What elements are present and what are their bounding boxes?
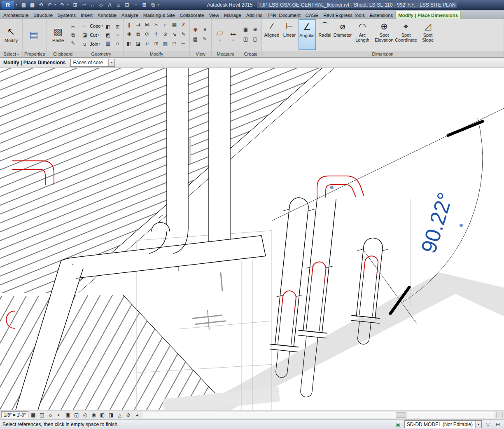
cut-profile-icon[interactable]: ◪ xyxy=(134,40,142,48)
copy-icon[interactable]: ⧉ xyxy=(134,30,142,38)
properties-button[interactable]: ▤ xyxy=(24,20,44,50)
split-element-icon[interactable]: ✂ xyxy=(152,21,161,29)
match-icon[interactable]: ✎ xyxy=(179,30,188,38)
cut-geometry-button[interactable]: ◪ Cut ▾ xyxy=(80,30,103,40)
spot-slope-button[interactable]: ◿ Spot Slope xyxy=(417,19,439,50)
move-icon[interactable]: ✚ xyxy=(125,30,133,38)
tab-view[interactable]: View xyxy=(206,11,222,19)
undo-icon[interactable]: ↶ xyxy=(46,1,54,9)
dimension-tick-1[interactable] xyxy=(448,122,483,136)
modify-button[interactable]: ↖ Modify xyxy=(1,20,21,50)
save-icon[interactable]: ▦ xyxy=(28,1,36,9)
pin-icon[interactable]: † xyxy=(152,30,161,38)
offset-icon[interactable]: ⇉ xyxy=(134,21,142,29)
undo-caret-icon[interactable]: ▾ xyxy=(54,3,58,7)
extend-icon[interactable]: ⊢ xyxy=(179,40,188,48)
measure-icon[interactable]: ▱ xyxy=(80,1,88,9)
split-gap-icon[interactable]: ⊟ xyxy=(170,40,179,48)
wall-joins-icon[interactable]: ⊞ xyxy=(113,23,122,31)
view-scale-button[interactable]: 1/8" = 1'-0" xyxy=(1,411,28,418)
create-group-icon[interactable]: ▣ xyxy=(241,25,250,33)
thin-lines-icon[interactable]: ≡ xyxy=(132,1,140,9)
visual-style-icon[interactable]: ◫ xyxy=(38,411,46,419)
walkway-bands[interactable] xyxy=(163,272,504,410)
aligned-dimension-button[interactable]: ∕ Aligned xyxy=(263,19,280,50)
reveal-hidden-elements-vcb-icon[interactable]: ◉ xyxy=(90,411,98,419)
align-icon[interactable]: ∥ xyxy=(125,21,133,29)
split-face-icon[interactable]: ◩ xyxy=(104,31,112,39)
filter-icon[interactable]: ▽ xyxy=(484,421,492,428)
spot-coordinate-button[interactable]: ⌖ Spot Coordinate xyxy=(395,19,417,50)
revit-logo[interactable]: R xyxy=(2,1,14,9)
spot-elevation-button[interactable]: ⊕ Spot Elevation xyxy=(373,19,395,50)
print-icon[interactable]: ⊞ xyxy=(71,1,79,9)
drawing-area[interactable]: 90.22° xyxy=(0,68,504,410)
tab-add-ins[interactable]: Add-Ins xyxy=(244,11,265,19)
copy-to-clipboard-icon[interactable]: ⧉ xyxy=(69,31,77,39)
match-type-properties-icon[interactable]: ✎ xyxy=(69,39,77,47)
beam-join-icon[interactable]: ≡ xyxy=(113,31,122,39)
angular-dimension-button[interactable]: ∠ Angular xyxy=(299,19,316,50)
analytical-model-icon[interactable]: △ xyxy=(116,411,124,419)
visibility-graphics-icon[interactable]: ▤ xyxy=(191,35,200,43)
tag-icon[interactable]: ◇ xyxy=(97,1,105,9)
unpin-icon[interactable]: ⊘ xyxy=(161,30,170,38)
rotate-icon[interactable]: ⟳ xyxy=(143,30,152,38)
unjoin-geometry-icon[interactable]: ∩ xyxy=(113,39,122,47)
paste-button[interactable]: ▨ Paste xyxy=(48,20,68,50)
horizontal-scrollbar[interactable] xyxy=(143,412,494,418)
open-icon[interactable]: ▤ xyxy=(20,1,28,9)
default-3d-view-icon[interactable]: ⌂ xyxy=(114,1,122,9)
tab-t4r-document[interactable]: T4R: Document xyxy=(265,11,303,19)
arc-length-dimension-button[interactable]: ◠ Arc Length xyxy=(352,19,373,50)
radial-dimension-button[interactable]: ⌒ Radial xyxy=(316,19,334,50)
paint-icon[interactable]: ◧ xyxy=(104,23,112,31)
worksharing-display-icon[interactable]: ◧ xyxy=(99,411,106,419)
wall-joins-modify-icon[interactable]: ⊞ xyxy=(152,40,161,48)
tab-structure[interactable]: Structure xyxy=(31,11,55,19)
dimension-quick-button[interactable]: ↔ ▾ xyxy=(228,20,238,50)
thin-lines-view-icon[interactable]: ≡ xyxy=(201,25,209,33)
app-menu-caret-icon[interactable]: ▾ xyxy=(16,3,19,7)
active-workset-select[interactable]: SD-DD MODEL (Not Editable) ▾ xyxy=(404,420,482,428)
delete-icon[interactable]: ✗ xyxy=(179,21,188,29)
cope-button[interactable]: ⌐ Cope ▾ xyxy=(80,21,103,30)
show-crop-region-icon[interactable]: ◱ xyxy=(73,411,80,419)
shadows-icon[interactable]: ◐ xyxy=(56,411,63,419)
create-similar-icon[interactable]: ⊕ xyxy=(251,25,259,33)
dimension-reference-dot-2[interactable] xyxy=(460,224,463,227)
horizontal-scrollbar-thumb[interactable] xyxy=(396,412,406,418)
dimension-reference-dot-1[interactable] xyxy=(330,186,334,189)
reveal-hidden-elements-icon[interactable]: ◉ xyxy=(191,25,200,33)
graphic-display-icon[interactable]: ✎ xyxy=(201,35,209,43)
worksets-icon[interactable]: ▣ xyxy=(394,421,402,428)
selection-grid-icon[interactable]: ⊞ xyxy=(494,421,502,428)
crop-view-icon[interactable]: ▣ xyxy=(64,411,72,419)
sync-icon[interactable]: ⟲ xyxy=(37,1,45,9)
detail-level-icon[interactable]: ▦ xyxy=(30,411,37,419)
tab-annotate[interactable]: Annotate xyxy=(95,11,119,19)
text-icon[interactable]: A xyxy=(106,1,114,9)
aligned-dimension-icon[interactable]: ↔ xyxy=(89,1,96,9)
tab-case[interactable]: CASE xyxy=(303,11,321,19)
diameter-dimension-button[interactable]: ⌀ Diameter xyxy=(334,19,351,50)
tab-insert[interactable]: Insert xyxy=(78,11,95,19)
linear-dimension-button[interactable]: ⊢ Linear xyxy=(281,19,298,50)
tab-collaborate[interactable]: Collaborate xyxy=(177,11,207,19)
reveal-constraints-icon[interactable]: ⊘ xyxy=(125,411,132,419)
join-modify-icon[interactable]: ∪ xyxy=(143,40,152,48)
demolish-icon[interactable]: ▥ xyxy=(104,39,112,47)
close-hidden-windows-icon[interactable]: ⊠ xyxy=(140,1,148,9)
measure-button[interactable]: ▱ ▾ xyxy=(213,20,227,50)
select-panel-label[interactable]: Select ▾ xyxy=(0,51,22,57)
tab-massing-site[interactable]: Massing & Site xyxy=(141,11,177,19)
create-parts-icon[interactable]: ◫ xyxy=(241,35,250,43)
cut-to-clipboard-icon[interactable]: ✂ xyxy=(69,23,77,31)
drawing-canvas[interactable]: 90.22° xyxy=(0,68,504,410)
switch-windows-caret-icon[interactable]: ▾ xyxy=(158,3,161,7)
angular-dimension-value[interactable]: 90.22° xyxy=(416,190,457,256)
temporary-view-properties-icon[interactable]: ◨ xyxy=(107,411,115,419)
tab-manage[interactable]: Manage xyxy=(222,11,244,19)
array-icon[interactable]: ▦ xyxy=(170,21,179,29)
join-geometry-button[interactable]: ∪ Join ▾ xyxy=(80,40,103,49)
